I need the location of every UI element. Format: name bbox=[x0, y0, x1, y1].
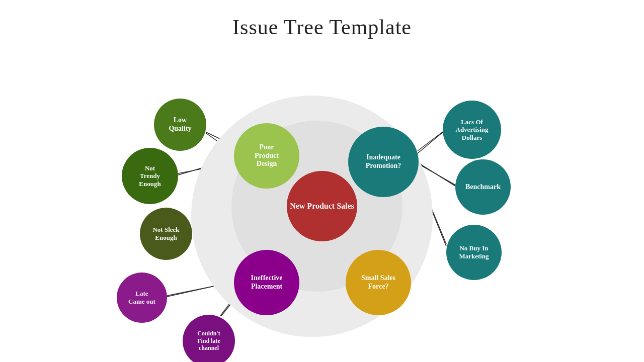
diagram-area: New Product Sales PoorProductDesign Inad… bbox=[0, 50, 644, 362]
lacs-adv-circle: Lacs OfAdvertisingDollars bbox=[443, 101, 501, 159]
low-quality-circle: LowQuality bbox=[154, 99, 206, 151]
not-sleek-circle: Not SleekEnough bbox=[140, 208, 192, 260]
page-title: Issue Tree Template bbox=[0, 0, 644, 39]
couldnt-find-circle: Couldn'tFind latechannel bbox=[183, 315, 235, 362]
center-circle: New Product Sales bbox=[287, 171, 357, 241]
small-sales-circle: Small SalesForce? bbox=[346, 250, 411, 315]
inadequate-circle: InadequatePromotion? bbox=[348, 127, 419, 197]
not-trendy-circle: NotTrendyEnough bbox=[122, 148, 178, 204]
svg-line-19 bbox=[418, 132, 443, 151]
poor-product-circle: PoorProductDesign bbox=[234, 123, 299, 189]
svg-line-4 bbox=[418, 132, 443, 153]
no-buy-circle: No Buy InMarketing bbox=[446, 225, 502, 280]
late-came-circle: LateCame out bbox=[117, 273, 167, 323]
benchmark-circle: Benchmark bbox=[455, 159, 511, 215]
ineffective-circle: IneffectivePlacement bbox=[234, 250, 299, 315]
